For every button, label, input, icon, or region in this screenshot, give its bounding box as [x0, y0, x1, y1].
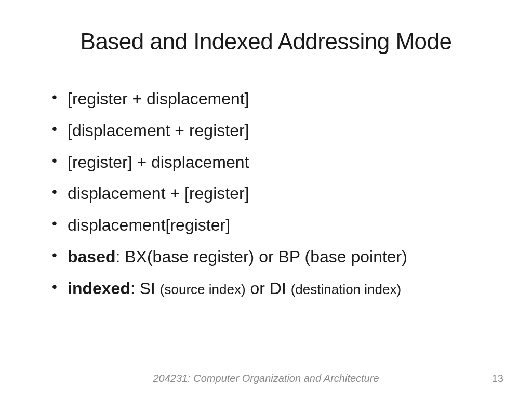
text-span: : BX(base register) or BP (base pointer)	[115, 247, 407, 266]
slide-content: [register + displacement] [displacement …	[36, 83, 496, 378]
slide-footer: 204231: Computer Organization and Archit…	[0, 373, 532, 384]
list-item: based: BX(base register) or BP (base poi…	[52, 241, 496, 273]
bullet-list: [register + displacement] [displacement …	[36, 83, 496, 304]
text-span: : SI	[130, 279, 160, 298]
bold-text: indexed	[68, 279, 130, 298]
small-text: (destination index)	[291, 282, 401, 297]
list-item: [displacement + register]	[52, 115, 496, 147]
list-item: [register] + displacement	[52, 147, 496, 178]
list-item: displacement[register]	[52, 209, 496, 241]
small-text: (source index)	[160, 282, 246, 297]
slide-container: Based and Indexed Addressing Mode [regis…	[0, 0, 532, 399]
list-item: [register + displacement]	[52, 83, 496, 115]
slide-title: Based and Indexed Addressing Mode	[36, 29, 496, 55]
text-span: or DI	[246, 279, 291, 298]
bold-text: based	[68, 247, 115, 266]
list-item: indexed: SI (source index) or DI (destin…	[52, 273, 496, 304]
list-item: displacement + [register]	[52, 178, 496, 209]
page-number: 13	[492, 373, 503, 384]
